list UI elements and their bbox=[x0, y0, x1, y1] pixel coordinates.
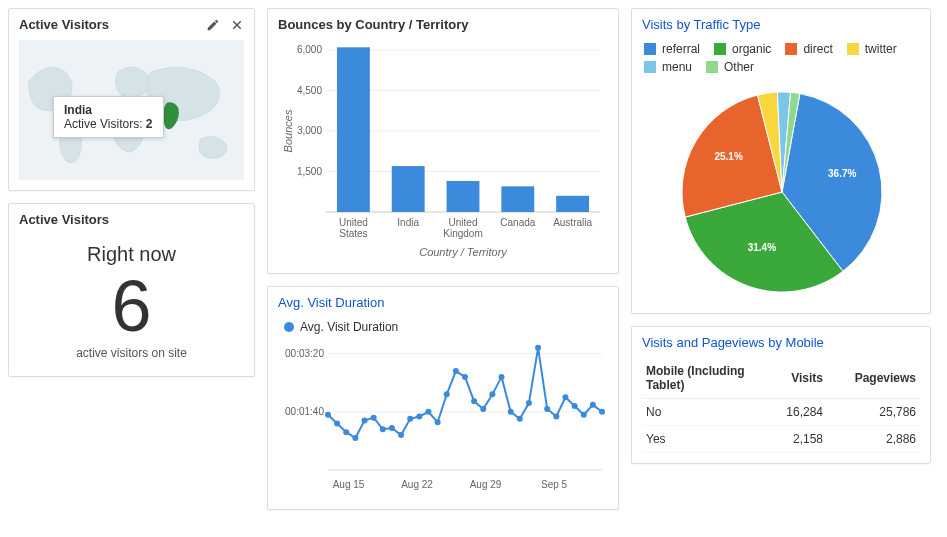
svg-point-47 bbox=[544, 406, 550, 412]
traffic-type-pie-chart: 36.7%31.4%25.1% bbox=[642, 80, 922, 300]
svg-text:36.7%: 36.7% bbox=[828, 168, 856, 179]
avg-duration-card: Avg. Visit Duration Avg. Visit Duration … bbox=[267, 286, 619, 510]
svg-point-40 bbox=[480, 406, 486, 412]
svg-text:Sep 5: Sep 5 bbox=[541, 479, 568, 490]
th-visits: Visits bbox=[767, 358, 827, 399]
bar bbox=[337, 47, 370, 212]
avg-duration-line-chart: 00:01:4000:03:20Aug 15Aug 22Aug 29Sep 5 bbox=[278, 336, 610, 496]
tooltip-value: 2 bbox=[146, 117, 153, 131]
svg-point-34 bbox=[425, 409, 431, 415]
svg-point-46 bbox=[535, 345, 541, 351]
world-map[interactable]: India Active Visitors: 2 bbox=[19, 40, 244, 180]
active-visitors-map-card: Active Visitors bbox=[8, 8, 255, 191]
svg-point-44 bbox=[517, 416, 523, 422]
svg-point-30 bbox=[389, 425, 395, 431]
svg-text:Country / Territory: Country / Territory bbox=[419, 246, 508, 258]
legend-label: twitter bbox=[865, 42, 897, 56]
svg-point-43 bbox=[508, 409, 514, 415]
cell-pageviews: 25,786 bbox=[827, 399, 920, 426]
svg-text:States: States bbox=[339, 228, 367, 239]
tooltip-country: India bbox=[64, 103, 153, 117]
legend-swatch-icon bbox=[847, 43, 859, 55]
svg-point-53 bbox=[599, 409, 605, 415]
svg-text:00:01:40: 00:01:40 bbox=[285, 406, 324, 417]
svg-text:25.1%: 25.1% bbox=[714, 151, 742, 162]
svg-point-41 bbox=[489, 391, 495, 397]
pencil-icon[interactable] bbox=[206, 18, 220, 32]
legend-swatch-icon bbox=[644, 43, 656, 55]
svg-text:1,500: 1,500 bbox=[297, 166, 322, 177]
active-visitors-map-title: Active Visitors bbox=[19, 17, 109, 32]
cell-mobile: Yes bbox=[642, 426, 767, 453]
svg-point-29 bbox=[380, 426, 386, 432]
svg-point-32 bbox=[407, 416, 413, 422]
svg-text:Aug 22: Aug 22 bbox=[401, 479, 433, 490]
right-now-count: 6 bbox=[19, 270, 244, 342]
mobile-table-card: Visits and Pageviews by Mobile Mobile (I… bbox=[631, 326, 931, 464]
legend-label: organic bbox=[732, 42, 771, 56]
th-pageviews: Pageviews bbox=[827, 358, 920, 399]
svg-point-24 bbox=[334, 420, 340, 426]
svg-point-50 bbox=[572, 403, 578, 409]
legend-item[interactable]: Other bbox=[706, 60, 754, 74]
svg-text:00:03:20: 00:03:20 bbox=[285, 348, 324, 359]
svg-point-38 bbox=[462, 374, 468, 380]
map-tooltip: India Active Visitors: 2 bbox=[53, 96, 164, 138]
tooltip-label: Active Visitors: bbox=[64, 117, 142, 131]
svg-point-33 bbox=[416, 413, 422, 419]
svg-text:Aug 29: Aug 29 bbox=[470, 479, 502, 490]
cell-mobile: No bbox=[642, 399, 767, 426]
svg-point-36 bbox=[444, 391, 450, 397]
card-title-row: Active Visitors bbox=[19, 17, 244, 32]
svg-point-31 bbox=[398, 432, 404, 438]
cell-visits: 2,158 bbox=[767, 426, 827, 453]
svg-point-45 bbox=[526, 400, 532, 406]
close-icon[interactable] bbox=[230, 18, 244, 32]
active-visitors-now-title: Active Visitors bbox=[19, 212, 244, 227]
bar bbox=[447, 181, 480, 212]
svg-text:Aug 15: Aug 15 bbox=[333, 479, 365, 490]
legend-item[interactable]: organic bbox=[714, 42, 771, 56]
svg-point-25 bbox=[343, 429, 349, 435]
svg-point-26 bbox=[352, 435, 358, 441]
legend-label: referral bbox=[662, 42, 700, 56]
legend-item[interactable]: twitter bbox=[847, 42, 897, 56]
svg-text:United: United bbox=[449, 217, 478, 228]
table-row: No16,28425,786 bbox=[642, 399, 920, 426]
legend-swatch-icon bbox=[714, 43, 726, 55]
india-region[interactable] bbox=[163, 102, 179, 129]
avg-duration-series-label: Avg. Visit Duration bbox=[300, 320, 398, 334]
svg-text:Canada: Canada bbox=[500, 217, 535, 228]
active-visitors-now-card: Active Visitors Right now 6 active visit… bbox=[8, 203, 255, 377]
svg-point-23 bbox=[325, 412, 331, 418]
legend-item[interactable]: menu bbox=[644, 60, 692, 74]
legend-item[interactable]: direct bbox=[785, 42, 832, 56]
bar bbox=[556, 196, 589, 212]
svg-point-48 bbox=[553, 413, 559, 419]
legend-swatch-icon bbox=[785, 43, 797, 55]
svg-point-52 bbox=[590, 402, 596, 408]
svg-text:31.4%: 31.4% bbox=[748, 242, 776, 253]
svg-text:India: India bbox=[397, 217, 419, 228]
mobile-table: Mobile (Including Tablet) Visits Pagevie… bbox=[642, 358, 920, 453]
right-now-label: Right now bbox=[19, 243, 244, 266]
svg-point-42 bbox=[499, 374, 505, 380]
cell-visits: 16,284 bbox=[767, 399, 827, 426]
svg-text:Bounces: Bounces bbox=[282, 109, 294, 152]
svg-text:Kingdom: Kingdom bbox=[443, 228, 482, 239]
legend-swatch-icon bbox=[706, 61, 718, 73]
bounces-bar-chart: 1,5003,0004,5006,000UnitedStatesIndiaUni… bbox=[278, 40, 610, 260]
legend-label: Other bbox=[724, 60, 754, 74]
svg-point-51 bbox=[581, 412, 587, 418]
legend-label: menu bbox=[662, 60, 692, 74]
svg-text:United: United bbox=[339, 217, 368, 228]
legend-swatch-icon bbox=[644, 61, 656, 73]
legend-item[interactable]: referral bbox=[644, 42, 700, 56]
bar bbox=[392, 166, 425, 212]
svg-text:4,500: 4,500 bbox=[297, 85, 322, 96]
traffic-type-title: Visits by Traffic Type bbox=[642, 17, 920, 32]
bounces-title: Bounces by Country / Territory bbox=[278, 17, 608, 32]
avg-duration-title: Avg. Visit Duration bbox=[278, 295, 608, 310]
cell-pageviews: 2,886 bbox=[827, 426, 920, 453]
svg-point-49 bbox=[562, 394, 568, 400]
